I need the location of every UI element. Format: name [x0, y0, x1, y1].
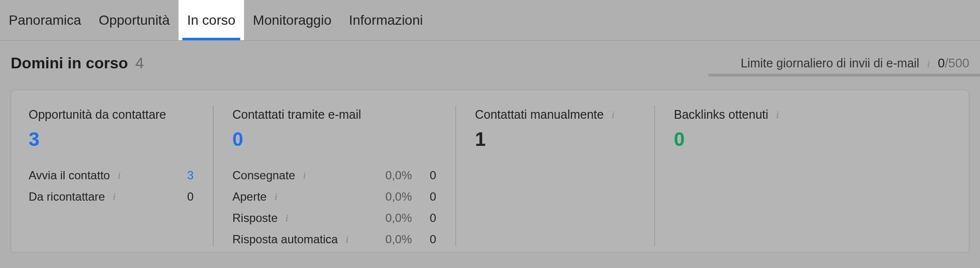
daily-limit-label: Limite giornaliero di invii di e-mail	[741, 56, 919, 70]
metric-backlinks: Backlinks ottenuti i 0	[654, 108, 829, 246]
info-icon[interactable]: i	[343, 233, 351, 246]
metric-prospects-title: Opportunità da contattare	[29, 108, 194, 122]
tab-opportunita[interactable]: Opportunità	[90, 0, 178, 40]
page-header: Domini in corso 4 Limite giornaliero di …	[0, 41, 980, 76]
daily-limit-max: /500	[945, 56, 969, 70]
row-recontact: Da ricontattare i 0	[29, 190, 194, 204]
metric-emailed: Contattati tramite e-mail 0 Consegnate i…	[213, 108, 456, 246]
row-autoreply-label: Risposta automatica	[232, 233, 338, 246]
row-autoreply-pct: 0,0%	[373, 233, 417, 246]
metrics-card: Opportunità da contattare 3 Avvia il con…	[11, 90, 969, 252]
row-opened-label: Aperte	[232, 190, 267, 204]
row-start-contact: Avvia il contatto i 3	[29, 169, 194, 182]
metric-manual-value[interactable]: 1	[475, 128, 635, 150]
metric-prospects-value[interactable]: 3	[29, 128, 194, 150]
info-icon[interactable]: i	[282, 212, 291, 224]
metric-manual-title-text: Contattati manualmente	[475, 108, 604, 122]
row-replies-count: 0	[417, 211, 436, 225]
row-replies: Risposte i 0,0% 0	[232, 211, 436, 225]
metric-manual-title: Contattati manualmente i	[475, 108, 635, 122]
row-autoreply: Risposta automatica i 0,0% 0	[232, 233, 436, 246]
tab-panoramica[interactable]: Panoramica	[0, 0, 90, 40]
info-icon[interactable]: i	[110, 190, 118, 203]
metric-backlinks-title: Backlinks ottenuti i	[674, 108, 810, 122]
metric-emailed-title: Contattati tramite e-mail	[232, 108, 436, 122]
row-start-contact-label: Avvia il contatto	[29, 169, 110, 182]
row-autoreply-count: 0	[417, 233, 436, 246]
row-delivered-count: 0	[417, 169, 436, 182]
daily-limit-used: 0	[938, 56, 945, 70]
tab-monitoraggio[interactable]: Monitoraggio	[244, 0, 340, 40]
row-replies-pct: 0,0%	[373, 211, 417, 225]
row-recontact-count: 0	[174, 190, 194, 204]
row-delivered: Consegnate i 0,0% 0	[232, 169, 436, 182]
tab-informazioni[interactable]: Informazioni	[340, 0, 432, 40]
info-icon[interactable]: i	[272, 190, 280, 203]
info-icon[interactable]: i	[924, 58, 933, 70]
row-opened: Aperte i 0,0% 0	[232, 190, 436, 204]
metric-backlinks-title-text: Backlinks ottenuti	[674, 108, 768, 122]
tab-in-corso[interactable]: In corso	[179, 0, 245, 40]
row-delivered-label: Consegnate	[232, 169, 295, 182]
metric-prospects-title-text: Opportunità da contattare	[29, 108, 166, 122]
metric-backlinks-value[interactable]: 0	[674, 128, 810, 150]
row-opened-count: 0	[417, 190, 436, 204]
tabs-nav: Panoramica Opportunità In corso Monitora…	[0, 0, 980, 41]
metric-emailed-title-text: Contattati tramite e-mail	[232, 108, 361, 122]
page-title-count: 4	[135, 54, 144, 72]
row-start-contact-count[interactable]: 3	[174, 169, 194, 182]
page-title: Domini in corso 4	[11, 54, 144, 72]
page-title-text: Domini in corso	[11, 54, 128, 72]
metric-prospects: Opportunità da contattare 3 Avvia il con…	[29, 108, 213, 246]
info-icon[interactable]: i	[115, 169, 124, 182]
metric-emailed-value[interactable]: 0	[232, 128, 436, 150]
daily-limit-value: 0/500	[938, 56, 969, 71]
info-icon[interactable]: i	[608, 109, 617, 121]
metric-manual: Contattati manualmente i 1	[456, 108, 654, 246]
info-icon[interactable]: i	[300, 169, 309, 182]
row-opened-pct: 0,0%	[373, 190, 417, 204]
daily-limit-progress	[708, 74, 980, 77]
row-delivered-pct: 0,0%	[373, 169, 417, 182]
daily-email-limit: Limite giornaliero di invii di e-mail i …	[741, 56, 969, 71]
row-recontact-label: Da ricontattare	[29, 190, 105, 204]
info-icon[interactable]: i	[773, 109, 782, 121]
row-replies-label: Risposte	[232, 211, 278, 225]
